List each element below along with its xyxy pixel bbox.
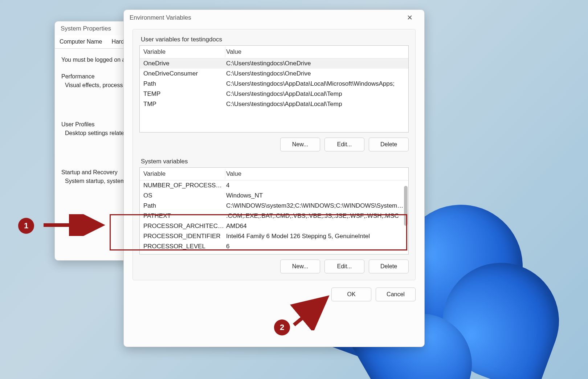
user-delete-button[interactable]: Delete — [369, 138, 409, 151]
ok-button[interactable]: OK — [331, 288, 371, 301]
scrollbar[interactable] — [404, 186, 408, 253]
user-vars-list[interactable]: Variable Value OneDrive C:\Users\testing… — [139, 45, 409, 133]
close-icon[interactable]: ✕ — [401, 13, 418, 22]
system-edit-button[interactable]: Edit... — [324, 260, 364, 273]
table-row[interactable]: TEMP C:\Users\testingdocs\AppData\Local\… — [140, 89, 408, 99]
table-row[interactable]: TMP C:\Users\testingdocs\AppData\Local\T… — [140, 99, 408, 109]
table-row[interactable]: PROCESSOR_LEVEL 6 — [140, 241, 408, 252]
cancel-button[interactable]: Cancel — [376, 288, 416, 301]
col-value[interactable]: Value — [225, 169, 405, 179]
env-titlebar[interactable]: Environment Variables ✕ — [124, 10, 424, 25]
table-row[interactable]: OS Windows_NT — [140, 191, 408, 201]
system-vars-label: System variables — [141, 158, 409, 165]
col-variable[interactable]: Variable — [143, 169, 225, 179]
tab-computer-name[interactable]: Computer Name — [55, 35, 107, 48]
system-new-button[interactable]: New... — [280, 260, 320, 273]
environment-variables-window: Environment Variables ✕ User variables f… — [123, 9, 425, 347]
user-edit-button[interactable]: Edit... — [324, 138, 364, 151]
table-row[interactable]: NUMBER_OF_PROCESSORS 4 — [140, 180, 408, 191]
annotation-badge-1: 1 — [18, 218, 34, 234]
user-new-button[interactable]: New... — [280, 138, 320, 151]
env-groupbox: User variables for testingdocs Variable … — [132, 29, 416, 280]
table-row[interactable]: Path C:\Users\testingdocs\AppData\Local\… — [140, 79, 408, 89]
table-row[interactable]: PROCESSOR_IDENTIFIER Intel64 Family 6 Mo… — [140, 231, 408, 241]
col-value[interactable]: Value — [225, 47, 405, 57]
table-row[interactable]: OneDrive C:\Users\testingdocs\OneDrive — [140, 58, 408, 69]
table-row[interactable]: PATHEXT .COM;.EXE;.BAT;.CMD;.VBS;.VBE;.J… — [140, 211, 408, 221]
scrollbar-thumb[interactable] — [404, 186, 408, 226]
user-vars-label: User variables for testingdocs — [141, 36, 409, 43]
col-variable[interactable]: Variable — [143, 47, 225, 57]
table-row[interactable]: Path C:\WINDOWS\system32;C:\WINDOWS;C:\W… — [140, 201, 408, 211]
system-vars-list[interactable]: Variable Value NUMBER_OF_PROCESSORS 4 OS… — [139, 167, 409, 254]
table-row[interactable]: PROCESSOR_ARCHITECTURE AMD64 — [140, 221, 408, 231]
table-row[interactable]: OneDriveConsumer C:\Users\testingdocs\On… — [140, 69, 408, 79]
table-row[interactable]: PROCESSOR_REVISION 7e05 — [140, 252, 408, 254]
env-title: Environment Variables — [130, 14, 401, 21]
system-delete-button[interactable]: Delete — [369, 260, 409, 273]
